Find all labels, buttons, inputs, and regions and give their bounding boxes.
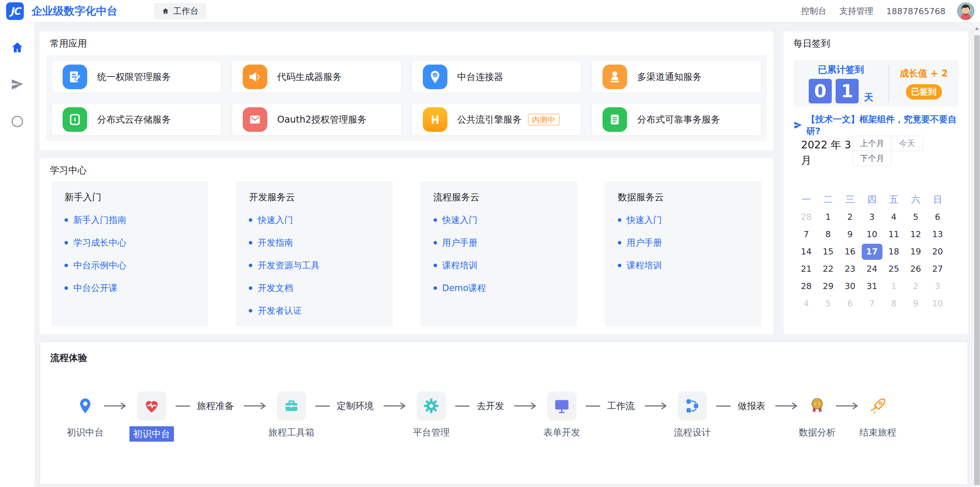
learning-link[interactable]: 用户手册 [434,237,564,249]
calendar-day[interactable]: 19 [905,243,927,260]
left-sidebar [0,22,35,487]
calendar-day[interactable]: 6 [839,295,861,312]
app-card-storage[interactable]: 分布式云存储服务 [51,103,222,136]
tab-workbench[interactable]: 工作台 [154,3,206,19]
learning-link[interactable]: 学习成长中心 [65,237,195,249]
calendar-day[interactable]: 5 [905,208,927,226]
flow-step-process-design[interactable]: 流程设计 [678,385,707,427]
calendar-day[interactable]: 4 [795,295,817,312]
calendar-day[interactable]: 24 [861,260,883,278]
learning-link[interactable]: 开发文档 [249,282,379,294]
tech-article-link[interactable]: 【技术一文】框架组件，究竟要不要自研? [793,113,968,137]
calendar-day[interactable]: 5 [817,295,839,312]
calendar-day[interactable]: 26 [905,260,927,278]
calendar-day[interactable]: 8 [883,295,905,312]
learning-link[interactable]: 开发指南 [249,237,379,249]
sidebar-home-icon[interactable] [10,41,24,55]
avatar-image [957,2,975,20]
today-button[interactable]: 今天 [891,136,923,151]
sidebar-paper-plane-icon[interactable] [10,78,24,91]
learning-link[interactable]: 新手入门指南 [65,214,195,226]
flow-step-start[interactable]: 初识中台 [76,385,94,427]
learning-link[interactable]: 课程培训 [618,259,748,271]
calendar-day[interactable]: 2 [839,208,861,226]
flow-step-platform-admin[interactable]: 平台管理 [417,385,446,427]
app-card-permission[interactable]: 统一权限管理服务 [51,60,222,93]
calendar-day[interactable]: 21 [795,260,817,278]
app-card-codegen[interactable]: 代码生成器服务 [232,60,402,93]
learning-link[interactable]: 中台公开课 [65,282,195,294]
app-card-connector[interactable]: 中台连接器 [412,60,582,93]
calendar-day[interactable]: 25 [883,260,905,278]
process-experience-title: 流程体验 [50,352,87,364]
learning-link[interactable]: 快速入门 [618,214,748,226]
checkin-widget: 已累计签到 0 1 天 成长值 + 2 已签到 [793,60,958,106]
calendar-day[interactable]: 4 [883,208,905,226]
calendar-day[interactable]: 28 [795,278,817,295]
calendar-day[interactable]: 18 [883,243,905,260]
learning-link[interactable]: 中台示例中心 [65,259,195,271]
calendar-day[interactable]: 9 [905,295,927,312]
calendar-day[interactable]: 2 [905,278,927,295]
calendar-day[interactable]: 29 [817,278,839,295]
calendar-day[interactable]: 10 [861,226,883,243]
app-card-transaction[interactable]: 分布式可靠事务服务 [591,103,761,136]
user-avatar[interactable] [957,2,975,20]
flow-step-form-dev[interactable]: 表单开发 [547,385,576,427]
flow-connector-label: 去开发 [477,400,504,412]
calendar-day[interactable]: 15 [817,243,839,260]
calendar-day[interactable]: 11 [883,226,905,243]
calendar-day[interactable]: 30 [839,278,861,295]
calendar-day[interactable]: 14 [795,243,817,260]
learning-link[interactable]: Demo课程 [434,282,564,294]
calendar-day-selected[interactable]: 17 [861,243,883,260]
calendar-day[interactable]: 3 [861,208,883,226]
app-card-flow-engine[interactable]: 公共流引擎服务 内测中 [412,103,582,136]
flow-step-end-journey[interactable]: 结束旅程 [869,385,887,427]
app-card-notify[interactable]: 多渠道通知服务 [591,60,761,93]
flow-step-meet-platform[interactable]: 初识中台 [137,385,166,427]
signed-in-button[interactable]: 已签到 [906,84,942,100]
common-apps-zone: 统一权限管理服务 代码生成器服务 中台连接器 多渠道通知服务 分布式云存储服务 [46,55,767,141]
calendar-day[interactable]: 8 [817,226,839,243]
calendar-day[interactable]: 1 [817,208,839,226]
learning-column-dev-cloud: 开发服务云 快速入门 开发指南 开发资源与工具 开发文档 开发者认证 [236,181,392,327]
calendar-day[interactable]: 28 [795,208,817,226]
calendar-day[interactable]: 7 [795,226,817,243]
calendar-day[interactable]: 31 [861,278,883,295]
learning-link[interactable]: 快速入门 [249,214,379,226]
calendar-day[interactable]: 6 [927,208,949,226]
prev-month-button[interactable]: 上个月 [853,136,891,151]
flow-step-toolbox[interactable]: 旅程工具箱 [277,385,306,427]
calendar-day[interactable]: 3 [927,278,949,295]
learning-link[interactable]: 开发者认证 [249,305,379,317]
calendar-day[interactable]: 12 [905,226,927,243]
calendar-day[interactable]: 16 [839,243,861,260]
next-month-button[interactable]: 下个月 [853,151,891,166]
calendar-day[interactable]: 22 [817,260,839,278]
calendar-day[interactable]: 10 [927,295,949,312]
calendar-day[interactable]: 27 [927,260,949,278]
scrollbar-thumb[interactable] [974,35,980,485]
calendar-day[interactable]: 23 [839,260,861,278]
calendar-day[interactable]: 13 [927,226,949,243]
calendar-day[interactable]: 9 [839,226,861,243]
cloud-storage-icon [68,112,82,127]
app-card-oauth[interactable]: Oauth2授权管理服务 [232,103,402,136]
learning-link[interactable]: 用户手册 [618,237,748,249]
learning-link[interactable]: 快速入门 [434,214,564,226]
app-title: 企业级数字化中台 [31,4,118,18]
process-experience-panel: 流程体验 初识中台 初识中台 旅程准备 旅程工具箱 定 [40,341,968,485]
sidebar-compass-icon[interactable] [10,115,24,128]
calendar-day[interactable]: 7 [861,295,883,312]
console-link[interactable]: 控制台 [801,5,826,17]
support-admin-link[interactable]: 支持管理 [839,5,873,17]
vertical-scrollbar[interactable] [974,22,980,487]
calendar-day[interactable]: 20 [927,243,949,260]
learning-link[interactable]: 开发资源与工具 [249,259,379,271]
learning-link[interactable]: 课程培训 [434,259,564,271]
calendar-day[interactable]: 1 [883,278,905,295]
scroll-up-arrow[interactable] [975,27,979,30]
envelope-icon [248,112,262,127]
flow-step-data-analysis[interactable]: 1 数据分析 [808,385,826,427]
